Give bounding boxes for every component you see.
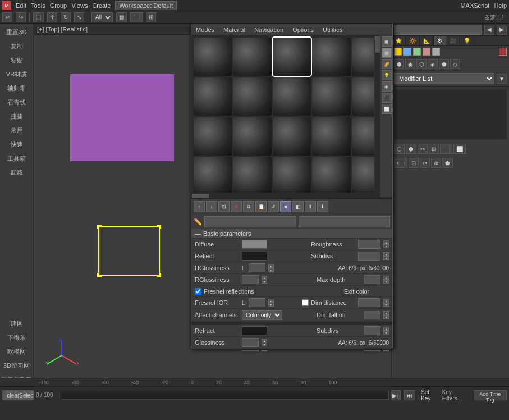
basic-params-header[interactable]: — Basic parameters (191, 229, 392, 239)
dim-distance-down[interactable]: ▼ (383, 303, 389, 307)
mat-sphere-3[interactable] (273, 38, 311, 76)
sidebar-toolbox[interactable]: 工具箱 (0, 152, 33, 165)
mat-name-input[interactable]: VRayMtl (204, 216, 296, 227)
dim-distance-input[interactable]: 100.0mm (358, 298, 380, 307)
rp-nav-btn-2[interactable]: ⊟ (409, 158, 419, 168)
refract-subdivs-down[interactable]: ▼ (383, 331, 389, 335)
refract-subdivs-up[interactable]: ▲ (383, 327, 389, 331)
rp-bottom-btn-2[interactable]: ⬢ (406, 144, 416, 154)
reflect-swatch[interactable] (242, 252, 267, 261)
mat-go-forward-btn[interactable]: ⬇ (317, 201, 328, 212)
max-depth-input[interactable]: 5 (364, 275, 380, 284)
rp-bottom-btn-5[interactable]: ⬛ (440, 144, 452, 154)
sidebar-create[interactable]: 重置3D (0, 26, 33, 39)
refract-glossiness-down[interactable]: ▼ (262, 343, 267, 346)
max-depth-down[interactable]: ▼ (383, 280, 389, 284)
subdivs-input[interactable]: 8 (358, 252, 380, 261)
mat-copy-btn[interactable]: ⧉ (243, 201, 254, 212)
fresnel-ior-down[interactable]: ▼ (268, 303, 274, 307)
sidebar-build-net[interactable]: 建网 (0, 317, 33, 330)
subdivs-down[interactable]: ▼ (383, 256, 389, 260)
rp-btn-6[interactable]: ◇ (450, 59, 460, 69)
refract-ior-input[interactable]: 1.6 (242, 350, 259, 351)
rp-bottom-btn-6[interactable]: ⬜ (453, 144, 466, 154)
key-filters-label[interactable]: Key Filters... (442, 389, 470, 401)
sidebar-fast[interactable]: 快速 (0, 138, 33, 151)
sidebar-vr-material[interactable]: VR材质 (0, 68, 33, 81)
move-btn[interactable]: ✛ (47, 12, 57, 22)
mat-sphere-14[interactable] (312, 117, 350, 156)
sidebar-axis[interactable]: 轴归零 (0, 82, 33, 95)
rp-nav-btn-1[interactable]: ⟵ (394, 158, 407, 168)
roughness-input[interactable]: 0.0 (358, 240, 380, 249)
right-tab-2[interactable]: 🔆 (406, 36, 420, 45)
redo-btn[interactable]: ↪ (16, 12, 26, 22)
mat-sphere-7[interactable] (233, 77, 271, 116)
rglossiness-input[interactable]: 1.0 (242, 275, 259, 284)
fresnel-checkbox[interactable] (195, 288, 201, 295)
fresnel-ior-up[interactable]: ▲ (268, 299, 274, 303)
sidebar-unload[interactable]: 卸载 (0, 166, 33, 179)
mat-sphere-18[interactable] (273, 157, 311, 195)
mat-paste-btn[interactable]: 📋 (255, 201, 267, 212)
mat-sphere-4[interactable] (312, 38, 350, 76)
mat-sphere-6[interactable] (194, 77, 232, 116)
rp-bottom-btn-3[interactable]: ✂ (418, 144, 428, 154)
color-swatch-3[interactable] (413, 48, 421, 56)
mat-go-to-parent-btn[interactable]: ⬆ (305, 201, 316, 212)
sidebar-shortcut[interactable]: 捷捷 (0, 110, 33, 123)
dim-distance-up[interactable]: ▲ (383, 299, 389, 303)
rglossiness-down[interactable]: ▼ (262, 280, 267, 284)
mat-menu-options[interactable]: Options (290, 26, 316, 33)
accent-color-swatch[interactable] (499, 48, 507, 56)
right-tab-3[interactable]: 📐 (420, 36, 434, 45)
rp-btn-4[interactable]: ◈ (428, 59, 438, 69)
diffuse-swatch[interactable] (242, 240, 267, 249)
mat-icon-sphere[interactable]: ◉ (382, 81, 392, 92)
mat-icon-checker[interactable]: ▦ (382, 48, 392, 58)
refract-maxdepth-up[interactable]: ▲ (383, 350, 389, 351)
rp-nav-btn-4[interactable]: ⊕ (431, 158, 441, 168)
right-tab-6[interactable]: 💡 (460, 36, 474, 45)
mat-put-material-btn[interactable]: ↓ (206, 201, 217, 212)
refract-maxdepth-input[interactable]: 5 (364, 350, 380, 351)
refract-swatch[interactable] (242, 326, 267, 335)
mat-sphere-17[interactable] (233, 157, 271, 195)
rp-bottom-btn-1[interactable]: ⬡ (394, 144, 405, 154)
mat-type-input[interactable]: VRayMtl (299, 216, 391, 227)
color-swatch-1[interactable] (394, 48, 402, 56)
menu-create[interactable]: Create (92, 2, 111, 9)
mat-show-end-result-btn[interactable]: ◧ (292, 201, 304, 212)
hglossiness-up[interactable]: ▲ (268, 264, 274, 268)
color-swatch-2[interactable] (403, 48, 411, 56)
color-swatch-5[interactable] (432, 48, 440, 56)
rp-bottom-btn-4[interactable]: ⊞ (429, 144, 439, 154)
rp-btn-3[interactable]: ⬡ (416, 59, 427, 69)
mat-grid-hscrollbar-thumb[interactable] (192, 194, 209, 198)
mat-sphere-2[interactable] (233, 38, 271, 76)
color-swatch-4[interactable] (423, 48, 430, 56)
mat-sphere-11[interactable] (194, 117, 232, 156)
menu-maxscript[interactable]: MAXScript (460, 2, 489, 9)
rp-nav-btn-5[interactable]: ⬟ (442, 158, 453, 168)
mat-sphere-1[interactable] (194, 38, 232, 76)
mat-sphere-16[interactable] (194, 157, 232, 195)
refract-ior-up[interactable]: ▲ (262, 350, 267, 351)
modifier-list-dropdown[interactable]: Modifier List (394, 73, 494, 84)
right-tab-4[interactable]: ⚙ (434, 36, 446, 45)
mat-icon-light[interactable]: 💡 (382, 70, 392, 80)
roughness-up[interactable]: ▲ (383, 240, 389, 244)
sidebar-copy[interactable]: 复制 (0, 40, 33, 53)
region-select-btn[interactable]: ⬛ (130, 12, 143, 22)
playback-end-btn[interactable]: ⏭ (404, 390, 415, 400)
mat-show-map-btn[interactable]: ■ (280, 201, 291, 212)
dim-falloff-down[interactable]: ▼ (383, 315, 389, 319)
mat-icon-cylinder[interactable]: ⬜ (382, 104, 392, 114)
sidebar-download[interactable]: 下得乐 (0, 331, 33, 344)
dim-falloff-input[interactable]: 0.0 (364, 311, 380, 319)
subdivs-up[interactable]: ▲ (383, 252, 389, 256)
mat-icon-cube[interactable]: ⬛ (382, 93, 392, 103)
mat-menu-navigation[interactable]: Navigation (252, 26, 286, 33)
mat-grid-scrollbar-thumb[interactable] (375, 36, 380, 53)
mat-reset-btn[interactable]: ↺ (268, 201, 279, 212)
